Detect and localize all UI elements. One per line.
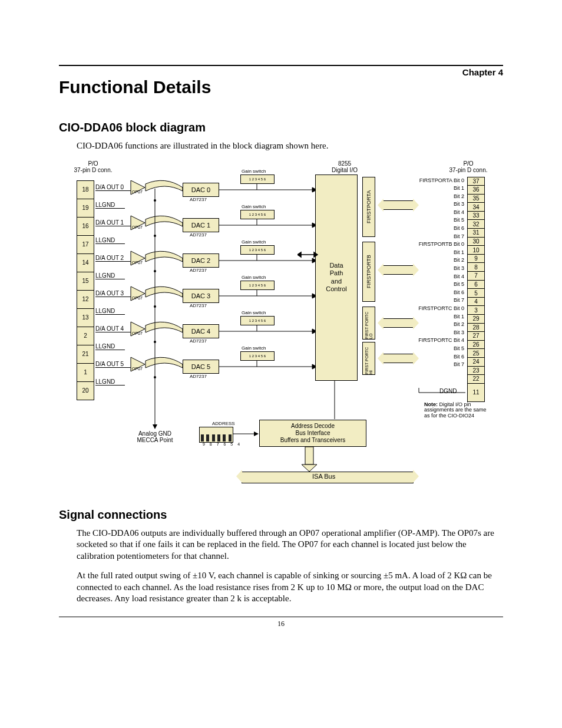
- svg-point-34: [154, 305, 156, 308]
- dac-sub: AD7237: [190, 374, 207, 379]
- pin: 19: [77, 199, 94, 218]
- dip-arrow: [233, 427, 259, 444]
- isa-bus-label: ISA Bus: [312, 473, 335, 480]
- pin: 4: [468, 298, 484, 307]
- pin: 24: [468, 358, 484, 367]
- opamp-label: OP07: [132, 331, 143, 335]
- pin: 35: [468, 195, 484, 203]
- svg-point-33: [154, 270, 156, 272]
- svg-marker-38: [254, 431, 259, 436]
- pin: 34: [468, 203, 484, 212]
- svg-marker-30: [153, 424, 157, 429]
- port-b: FIRSTPORTB: [362, 242, 375, 302]
- dac-0: DAC 0: [183, 183, 219, 197]
- decode-to-isa: [293, 447, 329, 473]
- pin: 23: [468, 367, 484, 375]
- dac-sub: AD7237: [190, 197, 207, 202]
- sig: D/A OUT 5: [95, 361, 133, 368]
- bidir-arrow: [297, 249, 318, 261]
- dac-1: DAC 1: [183, 218, 219, 232]
- port-c-lo: FIRST PORTC LO: [362, 307, 375, 340]
- mecca-line: [152, 189, 158, 430]
- data-path-block: Data Path and Control: [315, 174, 358, 381]
- right-signal-labels: FIRSTPORTA Bit 0Bit 1 Bit 2Bit 3 Bit 4Bi…: [399, 177, 464, 369]
- pin: 9: [468, 255, 484, 263]
- opamp-label: OP07: [132, 261, 143, 265]
- address-label: ADDRESS: [212, 421, 235, 426]
- mecca-label: Analog GNDMECCA Point: [128, 430, 181, 443]
- opamp-label: OP07: [132, 367, 143, 371]
- chip-header-0: 8255: [324, 160, 365, 167]
- dgnd-line: [418, 384, 465, 396]
- pin: 8: [468, 263, 484, 272]
- pin: 20: [77, 382, 94, 400]
- svg-point-35: [154, 341, 156, 343]
- pin: 22: [468, 375, 484, 384]
- right-conn-header-1: 37-pin D conn.: [442, 167, 495, 173]
- opamp-label: OP07: [132, 296, 143, 300]
- dac-sub: AD7237: [190, 232, 207, 238]
- pin: 5: [468, 289, 484, 298]
- pin: 30: [468, 238, 484, 246]
- sig: LLGND: [95, 343, 125, 350]
- pin: 15: [77, 272, 94, 291]
- pin: 3: [468, 306, 484, 315]
- block-diagram: P/O 37-pin D conn. P/O 37-pin D conn. 82…: [59, 160, 495, 490]
- pin: 6: [468, 281, 484, 289]
- svg-point-31: [154, 199, 156, 202]
- svg-marker-25: [297, 252, 301, 257]
- gain-label: Gain switch: [242, 169, 266, 174]
- svg-point-32: [154, 235, 156, 237]
- section-heading-1: CIO-DDA06 block diagram: [59, 121, 503, 134]
- chip-header-1: Digital I/O: [324, 167, 365, 173]
- pin: 25: [468, 349, 484, 358]
- pin: 17: [77, 236, 94, 254]
- sig: LLGND: [95, 272, 125, 279]
- sig: D/A OUT 2: [95, 255, 133, 262]
- pin: 18: [77, 181, 94, 199]
- sig: LLGND: [95, 202, 125, 209]
- svg-marker-41: [302, 465, 317, 472]
- dac-sub: AD7237: [190, 268, 207, 273]
- pin: 26: [468, 341, 484, 350]
- svg-marker-26: [314, 252, 318, 257]
- pin: 11: [468, 384, 484, 401]
- left-pin-column: 18 19 16 17 14 15 12 13 2 21 1 20: [77, 180, 94, 400]
- pin: 1: [77, 364, 94, 382]
- section-intro-1: CIO-DDA06 functions are illustrated in t…: [77, 140, 503, 152]
- pin: 14: [77, 254, 94, 272]
- port-c-hi: FIRST PORTC HI: [362, 342, 375, 375]
- decode-block: Address Decode Bus Interface Buffers and…: [259, 420, 366, 447]
- left-conn-header-0: P/O: [70, 160, 117, 167]
- sig: D/A OUT 0: [95, 184, 133, 191]
- right-pin-column: 37 36 35 34 33 32 31 30 10 9 8 7 6 5 4 3…: [467, 177, 485, 402]
- sig: D/A OUT 1: [95, 219, 133, 226]
- pin: 10: [468, 246, 484, 255]
- pin: 37: [468, 177, 484, 186]
- center-to-decode: [332, 381, 338, 422]
- pin: 29: [468, 315, 484, 324]
- opamp-label: OP07: [132, 225, 143, 229]
- pin: 12: [77, 291, 94, 309]
- sig: LLGND: [95, 237, 125, 244]
- note: Note: Digital I/O pin assignments are th…: [424, 402, 489, 420]
- pin: 33: [468, 212, 484, 220]
- pin: 16: [77, 218, 94, 236]
- dac-sub: AD7237: [190, 338, 207, 344]
- connector-lines: [144, 178, 186, 396]
- pin: 28: [468, 324, 484, 332]
- dac-3: DAC 3: [183, 289, 219, 303]
- pin: 7: [468, 272, 484, 281]
- opamp-label: OP07: [132, 190, 143, 194]
- section-heading-2: Signal connections: [59, 508, 503, 522]
- dac-5: DAC 5: [183, 360, 219, 374]
- sig: D/A OUT 4: [95, 325, 133, 332]
- sig: LLGND: [95, 378, 125, 386]
- address-dip-icon: [199, 427, 233, 443]
- signal-p1: The CIO-DDA06 outputs are individually b…: [77, 528, 503, 562]
- pin: 27: [468, 332, 484, 341]
- svg-rect-40: [305, 447, 313, 465]
- pin: 31: [468, 229, 484, 238]
- pin: 21: [77, 345, 94, 364]
- chapter-label: Chapter 4: [59, 65, 503, 77]
